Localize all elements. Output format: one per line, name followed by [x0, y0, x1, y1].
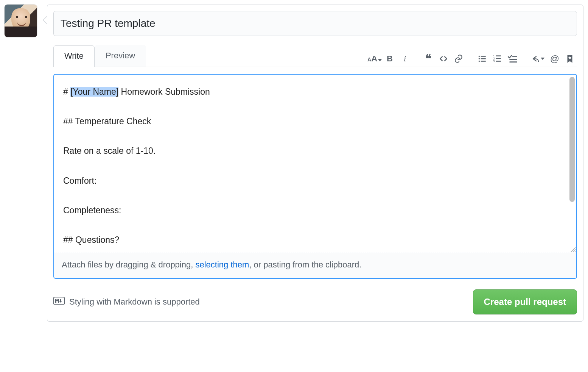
- task-list-icon[interactable]: [507, 54, 517, 64]
- ordered-list-icon[interactable]: 123: [492, 54, 502, 64]
- file-drop-hint[interactable]: Attach files by dragging & dropping, sel…: [54, 253, 576, 278]
- svg-line-17: [575, 251, 576, 252]
- svg-point-2: [479, 58, 480, 59]
- link-icon[interactable]: [454, 54, 464, 64]
- editor-tabbar: Write Preview AA B i ❝: [53, 45, 577, 67]
- editor-post: Homework Submission ## Temperature Check…: [63, 87, 210, 245]
- avatar[interactable]: [5, 5, 37, 37]
- create-pr-button[interactable]: Create pull request: [473, 289, 577, 314]
- bookmark-icon[interactable]: [565, 54, 575, 64]
- svg-rect-1: [481, 56, 486, 56]
- comment-panel: Write Preview AA B i ❝: [47, 5, 583, 322]
- formatting-toolbar: AA B i ❝: [370, 54, 577, 67]
- svg-rect-3: [481, 58, 486, 59]
- quote-icon[interactable]: ❝: [423, 54, 433, 64]
- editor-scrollbar[interactable]: [569, 77, 575, 202]
- mention-icon[interactable]: @: [550, 54, 560, 64]
- editor-selection: [Your Name]: [70, 87, 118, 97]
- svg-text:3: 3: [493, 59, 495, 63]
- bold-tool[interactable]: B: [385, 54, 395, 64]
- svg-rect-7: [496, 55, 501, 56]
- svg-point-4: [479, 61, 480, 62]
- markdown-hint[interactable]: Styling with Markdown is supported: [53, 297, 200, 307]
- comment-box: # [Your Name] Homework Submission ## Tem…: [53, 74, 577, 279]
- text-size-tool[interactable]: AA: [370, 54, 380, 64]
- editor-pre: #: [63, 87, 70, 97]
- drop-hint-after: , or pasting from the clipboard.: [249, 260, 361, 269]
- tab-preview[interactable]: Preview: [95, 45, 146, 67]
- unordered-list-icon[interactable]: [477, 54, 487, 64]
- tab-write[interactable]: Write: [53, 45, 95, 67]
- svg-point-0: [479, 56, 480, 57]
- saved-reply-icon[interactable]: [531, 54, 544, 64]
- resize-grip-icon[interactable]: [569, 246, 576, 252]
- drop-hint-before: Attach files by dragging & dropping,: [62, 260, 195, 269]
- svg-rect-11: [496, 61, 501, 61]
- markdown-hint-text: Styling with Markdown is supported: [69, 297, 200, 307]
- markdown-icon: [53, 297, 65, 307]
- pr-title-input[interactable]: [53, 11, 577, 36]
- select-files-link[interactable]: selecting them: [195, 260, 249, 269]
- svg-rect-5: [481, 61, 486, 61]
- code-icon[interactable]: [439, 54, 448, 64]
- svg-rect-9: [496, 58, 501, 59]
- italic-tool[interactable]: i: [400, 54, 410, 64]
- comment-editor[interactable]: # [Your Name] Homework Submission ## Tem…: [54, 75, 576, 253]
